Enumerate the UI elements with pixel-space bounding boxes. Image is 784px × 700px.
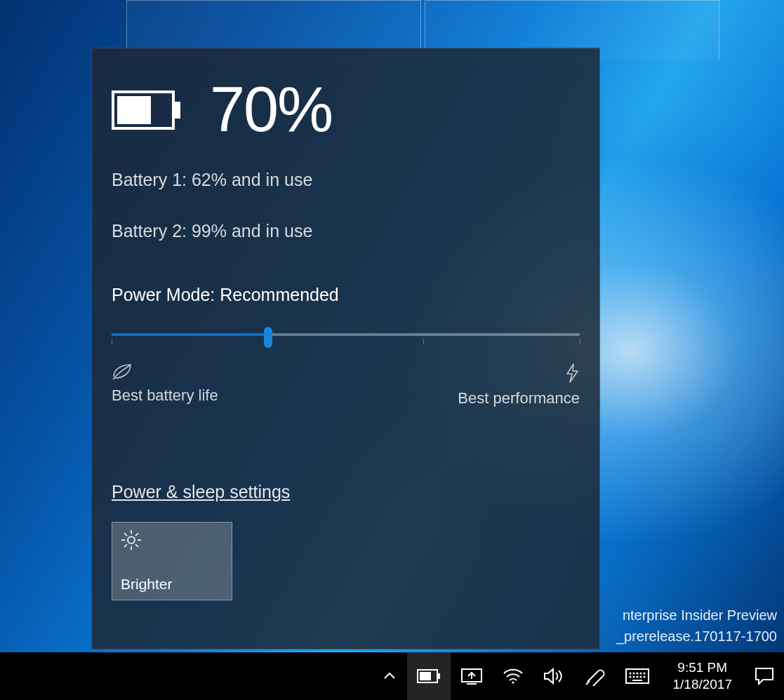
brightness-tile-label: Brighter [121, 576, 223, 593]
svg-point-20 [634, 673, 634, 673]
system-tray: 9:51 PM 1/18/2017 [372, 652, 784, 700]
battery-icon [112, 90, 182, 130]
svg-point-3 [128, 537, 135, 544]
tray-keyboard-icon[interactable] [615, 652, 660, 700]
svg-line-10 [124, 544, 127, 547]
tray-action-center-icon[interactable] [745, 652, 784, 700]
tray-pen-icon[interactable] [574, 652, 615, 700]
power-mode-slider[interactable] [112, 323, 580, 351]
svg-point-28 [644, 676, 645, 677]
slider-ticks [112, 339, 580, 346]
tray-volume-icon[interactable] [533, 652, 574, 700]
slider-labels: Best battery life Best performance [112, 363, 580, 408]
slider-thumb[interactable] [264, 327, 272, 348]
watermark-line-2: _prerelease.170117-1700 [616, 626, 777, 647]
svg-rect-1 [175, 102, 180, 119]
slider-label-right: Best performance [458, 363, 580, 408]
svg-line-8 [124, 533, 127, 536]
battery-flyout: 70% Battery 1: 62% and in use Battery 2:… [91, 48, 600, 649]
sun-icon [121, 530, 223, 551]
slider-label-left: Best battery life [112, 363, 218, 408]
svg-point-21 [637, 673, 638, 673]
windows-build-watermark: nterprise Insider Preview _prerelease.17… [616, 605, 777, 647]
svg-rect-13 [438, 673, 440, 679]
brightness-tile[interactable]: Brighter [112, 522, 232, 600]
taskbar: 9:51 PM 1/18/2017 [0, 652, 784, 700]
svg-point-26 [637, 676, 638, 677]
svg-line-11 [135, 533, 138, 536]
svg-point-19 [630, 673, 631, 673]
svg-point-27 [641, 676, 642, 677]
tray-wifi-icon[interactable] [493, 652, 533, 700]
slider-right-text: Best performance [458, 389, 580, 408]
battery-header: 70% [112, 74, 580, 146]
tray-clock[interactable]: 9:51 PM 1/18/2017 [660, 652, 745, 700]
slider-left-text: Best battery life [112, 386, 218, 405]
svg-point-17 [512, 681, 514, 683]
lightning-icon [564, 363, 580, 384]
tray-battery-icon[interactable] [407, 652, 451, 700]
battery-percent: 70% [210, 74, 332, 146]
clock-date: 1/18/2017 [672, 676, 732, 693]
svg-line-9 [135, 544, 138, 547]
tray-overflow-button[interactable] [372, 652, 407, 700]
leaf-icon [112, 363, 218, 381]
svg-point-22 [641, 673, 642, 673]
slider-track-fill [112, 333, 268, 336]
battery-1-status: Battery 1: 62% and in use [112, 170, 580, 190]
power-sleep-settings-link[interactable]: Power & sleep settings [112, 482, 290, 502]
svg-rect-2 [117, 96, 151, 124]
battery-2-status: Battery 2: 99% and in use [112, 221, 580, 241]
svg-point-25 [634, 676, 634, 677]
tray-project-icon[interactable] [451, 652, 493, 700]
svg-point-23 [644, 673, 645, 673]
power-mode-label: Power Mode: Recommended [112, 285, 580, 305]
watermark-line-1: nterprise Insider Preview [616, 605, 777, 626]
clock-time: 9:51 PM [677, 659, 727, 676]
svg-rect-14 [420, 672, 431, 680]
svg-point-24 [630, 676, 631, 677]
